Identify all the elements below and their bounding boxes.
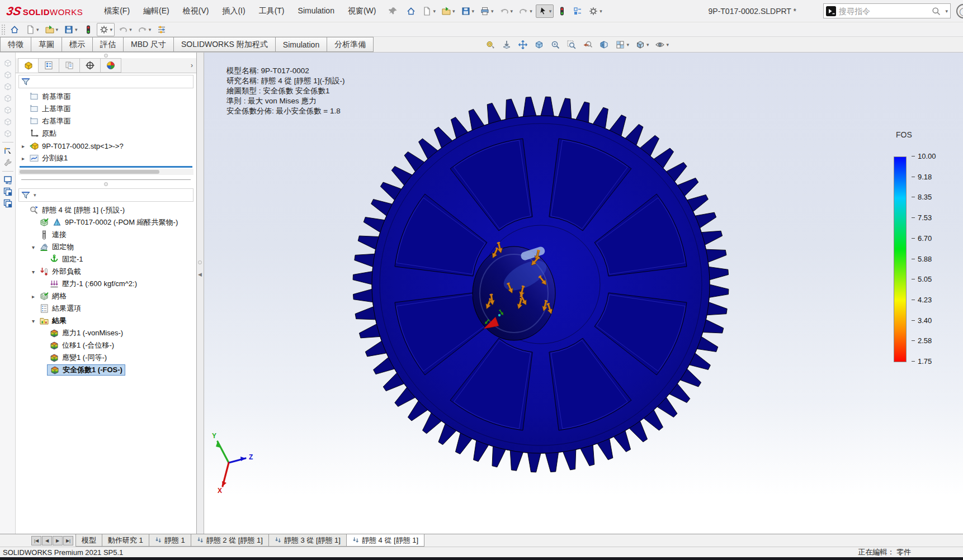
tree-expander-icon[interactable]: ▸ [20,155,26,162]
panel-tab-part-yellow[interactable] [18,58,39,73]
cube-icon[interactable] [3,93,13,103]
panel-tab-display-wheel[interactable] [101,58,121,73]
new-document-button[interactable]: ▾ [419,4,438,18]
section-arrow-button[interactable] [499,38,514,51]
tree-item[interactable]: 前基準面 [20,91,196,103]
tab-scroll-button[interactable]: ▶ [53,536,63,545]
command-tab[interactable]: 特徵 [0,37,31,52]
tree-item[interactable]: ▸網格 [20,290,196,302]
options-gear-button[interactable]: ▾ [97,23,115,36]
dropdown-caret-icon[interactable]: ▾ [56,27,59,32]
new-document-button[interactable]: ▾ [23,23,41,36]
splitter-collapse-icon[interactable]: ◀ [198,272,202,277]
home-button[interactable] [404,4,418,18]
undo-button[interactable]: ▾ [116,23,134,36]
tree-item[interactable]: 9P-T017-0002 (-POM 縮醛共聚物-) [20,216,196,229]
zoom-fit-button[interactable] [548,38,563,51]
panel-tab-property-list[interactable] [39,58,59,73]
dropdown-caret-icon[interactable]: ▾ [549,8,552,14]
dropdown-caret-icon[interactable]: ▾ [452,8,455,14]
tree-item[interactable]: 結果選項 [20,302,196,315]
graphics-viewport[interactable]: 模型名稱: 9P-T017-0002 研究名稱: 靜態 4 從 [靜態 1](-… [204,53,963,534]
section-view-button[interactable] [597,38,611,51]
panel-collapse-handle[interactable] [104,54,108,58]
cube-icon[interactable] [3,70,13,80]
command-tab[interactable]: SOLIDWORKS 附加程式 [173,37,276,52]
tree-item[interactable]: ▸分割線1 [20,152,196,164]
tree-expander-icon[interactable]: ▾ [30,244,36,250]
tree-item[interactable]: 原點 [20,127,196,140]
tree-item[interactable]: 安全係數1 (-FOS-) [20,364,196,376]
study-tab[interactable]: 動作研究 1 [102,534,149,547]
panel-expand-arrow[interactable]: › [191,61,193,69]
dropdown-caret-icon[interactable]: ▾ [472,8,475,14]
dropdown-caret-icon[interactable]: ▾ [75,27,78,32]
menu-w[interactable]: 視窗(W) [341,6,383,16]
tree-split-bar[interactable] [20,166,192,168]
tree-item[interactable]: ▾固定物 [20,241,196,253]
rebuild-traffic-light-button[interactable] [81,23,96,36]
menu-f[interactable]: 檔案(F) [97,6,136,16]
command-tab[interactable]: 評估 [92,37,124,52]
orientation-cube-button[interactable] [532,38,546,51]
command-tab[interactable]: MBD 尺寸 [123,37,174,52]
cube-icon[interactable] [3,129,13,139]
tree-item[interactable]: 右基準面 [20,115,196,127]
pan-button[interactable] [516,38,530,51]
menu-v[interactable]: 檢視(V) [176,6,216,16]
rebuild-traffic-light-button[interactable] [555,4,569,18]
options-gear-button[interactable]: ▾ [586,4,605,18]
tree-item[interactable]: 應變1 (-同等-) [20,352,196,364]
open-folder-button[interactable]: ▾ [439,4,457,18]
selected-tree-item[interactable]: 安全係數1 (-FOS-) [47,364,125,376]
study-tab[interactable]: 靜態 1 [149,534,191,547]
layers-icon[interactable] [3,198,13,208]
panel-tab-configurations[interactable] [59,58,80,73]
search-caret-icon[interactable]: ▾ [945,8,948,14]
dropdown-caret-icon[interactable]: ▾ [666,42,669,48]
dropdown-caret-icon[interactable]: ▾ [110,27,113,32]
tree-horizontal-scrollbar[interactable] [18,169,193,175]
tree-item[interactable]: 壓力-1 (:600 kgf/cm^2:) [20,278,196,290]
search-box[interactable]: ▾ [823,3,951,18]
dropdown-caret-icon[interactable]: ▾ [530,8,532,14]
dropdown-caret-icon[interactable]: ▾ [599,8,602,14]
tree-item[interactable]: 固定-1 [20,253,196,265]
study-tree-filter[interactable]: ▾ [18,188,193,202]
dropdown-caret-icon[interactable]: ▾ [646,42,649,48]
panel-tab-dimxpert-target[interactable] [80,58,101,73]
command-tab[interactable]: Simulation [275,37,327,52]
tree-item[interactable]: 連接 [20,229,196,241]
measure-button[interactable] [483,38,498,51]
layers-icon[interactable] [3,187,13,197]
open-folder-button[interactable]: ▾ [43,23,61,36]
dropdown-caret-icon[interactable]: ▾ [511,8,513,14]
pin-toolbar-icon[interactable] [388,6,398,16]
evaluate-list-button[interactable] [570,4,585,18]
filter-caret-icon[interactable]: ▾ [34,192,36,198]
cube-icon[interactable] [3,117,13,127]
hide-show-button[interactable]: ▾ [653,38,671,51]
redo-button[interactable]: ▾ [135,23,154,36]
print-button[interactable]: ▾ [478,4,496,18]
dropdown-caret-icon[interactable]: ▾ [129,27,132,32]
study-tab[interactable]: 靜態 4 從 [靜態 1] [346,534,424,547]
cube-icon[interactable] [3,82,13,92]
tree-item[interactable]: ▾外部負載 [20,265,196,278]
tab-scroll-button[interactable]: |◀ [31,536,41,545]
feature-tree-filter[interactable] [18,75,193,88]
cube-icon[interactable] [3,105,13,115]
tree-item[interactable]: ▸9P-T017-0002.stp<1>->? [20,140,196,152]
redo-button[interactable]: ▾ [516,4,535,18]
previous-view-button[interactable] [580,38,595,51]
display-settings-button[interactable] [154,23,169,36]
tree-expander-icon[interactable]: ▾ [30,269,36,275]
tree-item[interactable]: 上基準面 [20,103,196,115]
cube-icon[interactable] [3,58,13,68]
menu-i[interactable]: 插入(I) [215,6,252,16]
display-style-button[interactable]: ▾ [633,38,652,51]
study-tab[interactable]: 靜態 3 從 [靜態 1] [268,534,347,547]
panel-splitter[interactable]: ◀ [197,53,204,534]
dropdown-caret-icon[interactable]: ▾ [491,8,494,14]
tab-scroll-button[interactable]: ◀ [42,536,52,545]
